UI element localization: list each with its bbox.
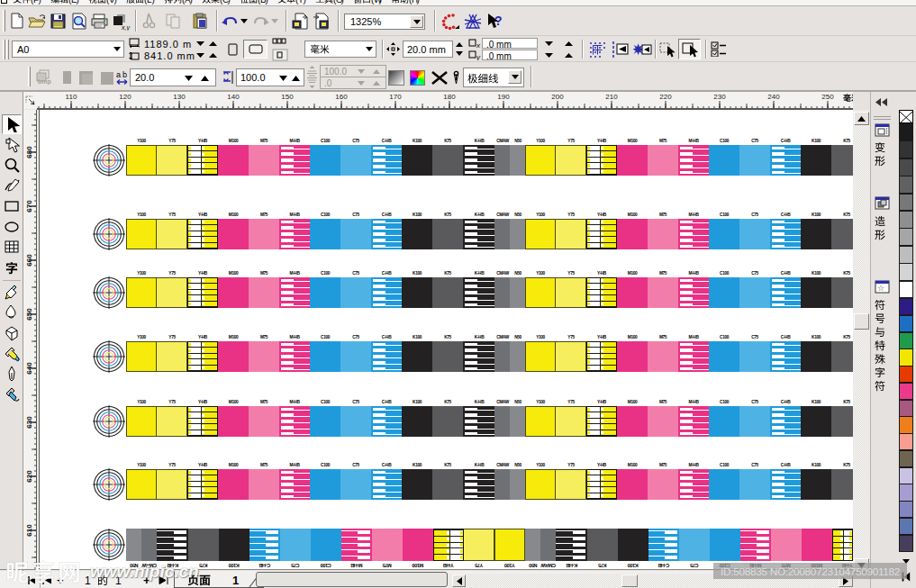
svg-text:): ) bbox=[38, 0, 41, 5]
svg-text:): ) bbox=[151, 0, 154, 5]
svg-text:): ) bbox=[303, 0, 305, 5]
svg-text:): ) bbox=[189, 0, 192, 5]
svg-text:b: b bbox=[122, 70, 127, 79]
svg-text:x,y: x,y bbox=[121, 24, 130, 31]
svg-text:x: x bbox=[476, 41, 481, 49]
svg-text:a: a bbox=[116, 70, 121, 79]
svg-text:): ) bbox=[227, 0, 230, 5]
svg-text:): ) bbox=[378, 0, 381, 5]
svg-text:): ) bbox=[76, 0, 78, 5]
svg-text:bmp: bmp bbox=[38, 78, 51, 85]
svg-text:): ) bbox=[265, 0, 268, 5]
svg-text:): ) bbox=[113, 0, 116, 5]
svg-text:?: ? bbox=[494, 14, 503, 28]
svg-text:y: y bbox=[476, 53, 481, 60]
svg-text:): ) bbox=[416, 0, 419, 5]
svg-text:): ) bbox=[340, 0, 343, 5]
svg-text:☆: ☆ bbox=[877, 284, 884, 293]
